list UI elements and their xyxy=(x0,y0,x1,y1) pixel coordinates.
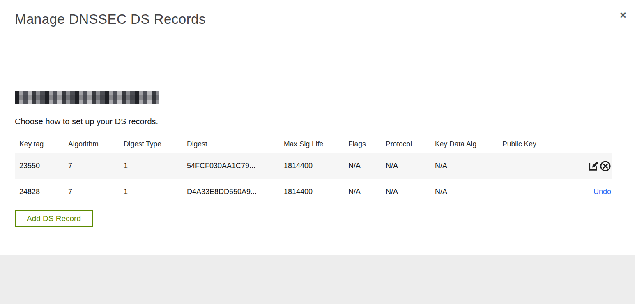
col-header-key-tag: Key tag xyxy=(15,135,64,153)
screenshot-frame: Manage DNSSEC DS Records × Choose how to… xyxy=(0,0,644,306)
modal-footer: Save Cancel xyxy=(0,255,635,304)
col-header-actions xyxy=(579,135,612,153)
undo-link[interactable]: Undo xyxy=(593,187,611,196)
col-header-protocol: Protocol xyxy=(381,135,430,153)
col-header-digest-type: Digest Type xyxy=(119,135,182,153)
cell-digest-type: 1 xyxy=(124,162,128,170)
redacted-domain-name xyxy=(15,91,159,104)
cell-digest: D4A33E8DD550A9... xyxy=(187,187,257,196)
cell-flags: N/A xyxy=(348,187,361,196)
edit-icon[interactable] xyxy=(588,160,599,171)
cell-digest-type: 1 xyxy=(124,187,128,196)
col-header-key-data-alg: Key Data Alg xyxy=(430,135,498,153)
cell-protocol: N/A xyxy=(386,187,398,196)
close-icon[interactable]: × xyxy=(616,8,630,22)
cell-protocol: N/A xyxy=(386,162,398,170)
cell-max-sig-life: 1814400 xyxy=(284,187,313,196)
instruction-text: Choose how to set up your DS records. xyxy=(15,117,158,126)
cell-key-data-alg: N/A xyxy=(435,162,447,170)
cell-flags: N/A xyxy=(348,162,361,170)
table-header-row: Key tag Algorithm Digest Type Digest Max… xyxy=(15,135,612,153)
page-title: Manage DNSSEC DS Records xyxy=(15,11,206,27)
remove-icon[interactable] xyxy=(600,160,611,172)
add-ds-record-button[interactable]: Add DS Record xyxy=(15,210,93,227)
col-header-public-key: Public Key xyxy=(498,135,579,153)
col-header-max-sig-life: Max Sig Life xyxy=(279,135,344,153)
col-header-algorithm: Algorithm xyxy=(64,135,119,153)
col-header-flags: Flags xyxy=(344,135,381,153)
cell-algorithm: 7 xyxy=(68,162,72,170)
cell-key-data-alg: N/A xyxy=(435,187,447,196)
manage-dnssec-modal: Manage DNSSEC DS Records × Choose how to… xyxy=(0,0,635,304)
col-header-digest: Digest xyxy=(182,135,279,153)
cell-digest: 54FCF030AA1C79... xyxy=(187,162,255,170)
cell-algorithm: 7 xyxy=(68,187,72,196)
cell-key-tag: 23550 xyxy=(19,162,40,170)
table-row: 23550 7 1 54FCF030AA1C79... 1814400 N/A … xyxy=(15,153,612,179)
cell-max-sig-life: 1814400 xyxy=(284,162,313,170)
ds-records-table: Key tag Algorithm Digest Type Digest Max… xyxy=(15,135,612,205)
cell-key-tag: 24828 xyxy=(19,187,40,196)
table-row-deleted: 24828 7 1 D4A33E8DD550A9... 1814400 N/A … xyxy=(15,179,612,205)
